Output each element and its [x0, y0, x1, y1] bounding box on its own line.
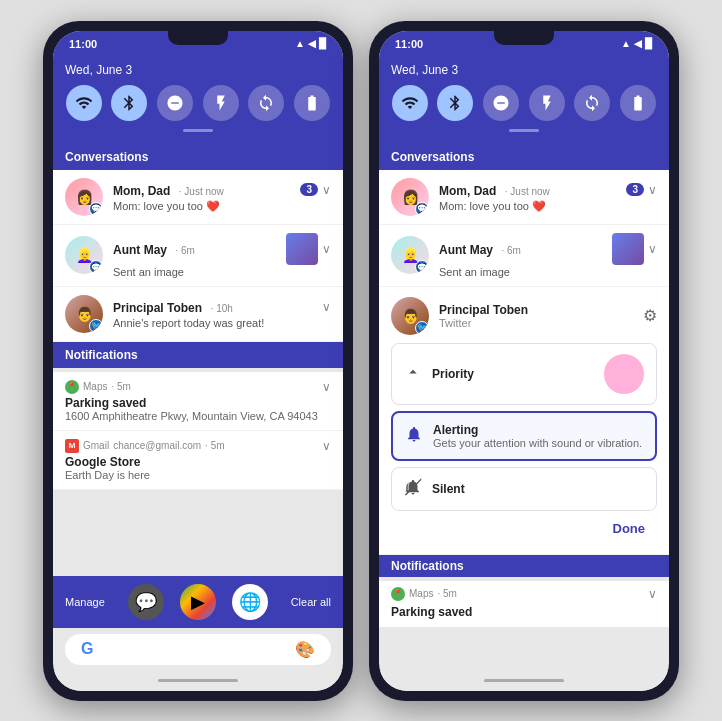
conv-message-mom-right: Mom: love you too ❤️: [439, 200, 657, 213]
conv-meta-mom-left: 3 ∨: [300, 183, 331, 197]
conv-message-principal-left: Annie's report today was great!: [113, 317, 331, 329]
app-badge-mom-right: 💬: [415, 202, 429, 216]
conversations-label-right: Conversations: [379, 144, 669, 170]
conv-message-aunt-right: Sent an image: [439, 266, 657, 278]
chevron-maps-left: ∨: [322, 380, 331, 394]
conv-name-aunt-right: Aunt May: [439, 243, 493, 257]
partial-maps-title-text-right: Parking saved: [391, 605, 657, 619]
manage-button-left[interactable]: Manage: [65, 596, 105, 608]
left-phone: 11:00 ▲ ◀ ▉ Wed, June 3: [43, 21, 353, 701]
conv-item-aunt-right[interactable]: 👱‍♀️ 💬 Aunt May · 6m ∨: [379, 225, 669, 287]
channel-priority-right[interactable]: Priority: [391, 343, 657, 405]
battery-toggle-left[interactable]: [294, 85, 330, 121]
conv-name-meta-aunt: Aunt May · 6m: [113, 240, 195, 258]
notif-gmail-header-left: M Gmail chance@gmail.com · 5m ∨: [65, 439, 331, 453]
clear-all-button-left[interactable]: Clear all: [291, 596, 331, 608]
camera-notch-left: [168, 31, 228, 45]
dnd-toggle-right[interactable]: [483, 85, 519, 121]
notif-gmail-body-left: Earth Day is here: [65, 469, 331, 481]
conv-header-principal-left: Principal Toben · 10h ∨: [113, 298, 331, 316]
avatar-aunt-right: 👱‍♀️ 💬: [391, 236, 429, 274]
wifi-toggle-left[interactable]: [66, 85, 102, 121]
conv-item-mom-left[interactable]: 👩 💬 Mom, Dad · Just now 3 ∨: [53, 170, 343, 225]
conv-header-aunt-right: Aunt May · 6m ∨: [439, 233, 657, 265]
time-right: 11:00: [395, 38, 423, 50]
conv-name-meta-principal: Principal Toben · 10h: [113, 298, 233, 316]
sync-toggle-left[interactable]: [248, 85, 284, 121]
bluetooth-toggle-left[interactable]: [111, 85, 147, 121]
thumb-img-aunt-right: [612, 233, 644, 265]
chevron-principal-left: ∨: [322, 300, 331, 314]
conv-name-mom-left: Mom, Dad: [113, 184, 170, 198]
conversations-label-left: Conversations: [53, 144, 343, 170]
status-icons-right: ▲ ◀ ▉: [621, 38, 653, 49]
battery-icon-right: ▉: [645, 38, 653, 49]
gear-icon-right[interactable]: ⚙: [643, 306, 657, 325]
notif-maps-title-left: Parking saved: [65, 396, 331, 410]
partial-notif-right: 📍 Maps · 5m ∨ Parking saved: [379, 581, 669, 627]
conv-content-mom-left: Mom, Dad · Just now 3 ∨ Mom: love you to…: [113, 181, 331, 213]
flashlight-toggle-left[interactable]: [203, 85, 239, 121]
conv-meta-aunt-right: ∨: [612, 233, 657, 265]
assistant-icon-left: 🎨: [295, 640, 315, 659]
principal-header-right: 👨 🐦 Principal Toben Twitter ⚙: [391, 297, 657, 335]
conv-name-principal-left: Principal Toben: [113, 301, 202, 315]
count-badge-mom-left: 3: [300, 183, 318, 196]
partial-maps-right[interactable]: 📍 Maps · 5m ∨: [379, 581, 669, 605]
principal-info-right: 👨 🐦 Principal Toben Twitter: [391, 297, 528, 335]
right-phone: 11:00 ▲ ◀ ▉ Wed, June 3: [369, 21, 679, 701]
avatar-aunt-left: 👱‍♀️ 💬: [65, 236, 103, 274]
dock-messages-left[interactable]: 💬: [128, 584, 164, 620]
google-logo-left: G: [81, 640, 93, 658]
done-button-right[interactable]: Done: [391, 517, 657, 544]
avatar-principal-left: 👨 🐦: [65, 295, 103, 333]
qs-toggles-right: [391, 85, 657, 121]
notif-maps-left[interactable]: 📍 Maps · 5m ∨ Parking saved 1600 Amphith…: [53, 372, 343, 431]
maps-time-left: · 5m: [111, 381, 130, 392]
bluetooth-toggle-right[interactable]: [437, 85, 473, 121]
count-badge-mom-right: 3: [626, 183, 644, 196]
notif-gmail-left[interactable]: M Gmail chance@gmail.com · 5m ∨ Google S…: [53, 431, 343, 490]
dock-play-left[interactable]: ▶: [180, 584, 216, 620]
chevron-aunt-right: ∨: [648, 242, 657, 256]
channel-silent-right[interactable]: Silent: [391, 467, 657, 511]
maps-icon-left: 📍: [65, 380, 79, 394]
chevron-aunt-left: ∨: [322, 242, 331, 256]
battery-toggle-right[interactable]: [620, 85, 656, 121]
quick-settings-left: Wed, June 3: [53, 55, 343, 144]
wifi-toggle-right[interactable]: [392, 85, 428, 121]
conv-name-meta: Mom, Dad · Just now: [113, 181, 224, 199]
notif-maps-app-left: 📍 Maps · 5m: [65, 380, 131, 394]
avatar-principal-right: 👨 🐦: [391, 297, 429, 335]
conv-time-mom-right: · Just now: [505, 186, 550, 197]
dock-icons-left: 💬 ▶ 🌐: [128, 584, 268, 620]
battery-icon-left: ▉: [319, 38, 327, 49]
dock-chrome-left[interactable]: 🌐: [232, 584, 268, 620]
channel-options-right: Priority Alerting Gets your attention wi…: [391, 343, 657, 511]
channel-alerting-right[interactable]: Alerting Gets your attention with sound …: [391, 411, 657, 461]
app-badge-principal-left: 🐦: [89, 319, 103, 333]
gmail-time-left: · 5m: [205, 440, 224, 451]
channel-text-silent-right: Silent: [432, 482, 465, 496]
channel-text-priority-right: Priority: [432, 367, 474, 381]
sync-toggle-right[interactable]: [574, 85, 610, 121]
partial-maps-title-right: Parking saved: [379, 605, 669, 627]
home-bar-right: [484, 679, 564, 682]
search-bar-left[interactable]: G 🎨: [65, 634, 331, 665]
conv-item-principal-left[interactable]: 👨 🐦 Principal Toben · 10h ∨ Annie's repo…: [53, 287, 343, 342]
conv-time-aunt-right: · 6m: [501, 245, 520, 256]
conv-item-aunt-left[interactable]: 👱‍♀️ 💬 Aunt May · 6m ∨: [53, 225, 343, 287]
partial-maps-app-right: 📍 Maps · 5m: [391, 587, 457, 601]
chevron-mom-right: ∨: [648, 183, 657, 197]
app-badge-mom-left: 💬: [89, 202, 103, 216]
flashlight-toggle-right[interactable]: [529, 85, 565, 121]
dnd-toggle-left[interactable]: [157, 85, 193, 121]
principal-text-right: Principal Toben Twitter: [439, 303, 528, 329]
thumb-img-aunt-left: [286, 233, 318, 265]
gmail-account-left: chance@gmail.com: [113, 440, 201, 451]
notif-maps-body-left: 1600 Amphitheatre Pkwy, Mountain View, C…: [65, 410, 331, 422]
conv-item-mom-right[interactable]: 👩 💬 Mom, Dad · Just now 3 ∨: [379, 170, 669, 225]
partial-notifications-label-right: Notifications: [379, 555, 669, 577]
gmail-app-name-left: Gmail: [83, 440, 109, 451]
app-badge-aunt-right: 💬: [415, 260, 429, 274]
